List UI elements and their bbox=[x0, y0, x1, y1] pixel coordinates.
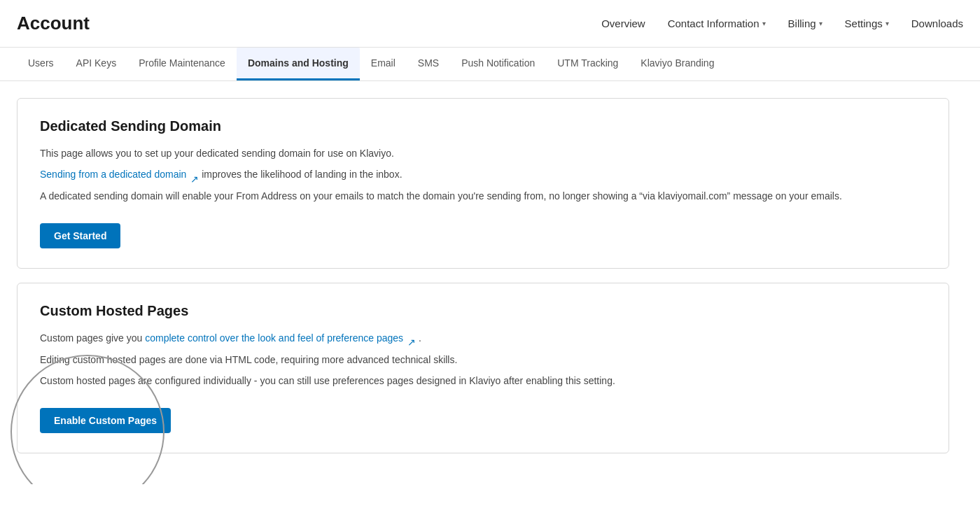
subnav-utm-tracking[interactable]: UTM Tracking bbox=[546, 48, 629, 80]
get-started-button[interactable]: Get Started bbox=[40, 223, 120, 248]
custom-hosted-pages-title: Custom Hosted Pages bbox=[40, 303, 926, 319]
nav-settings[interactable]: Settings ▾ bbox=[845, 17, 889, 29]
custom-hosted-text2: Editing custom hosted pages are done via… bbox=[40, 352, 926, 367]
dedicated-sending-text2: Sending from a dedicated domain ↗ improv… bbox=[40, 167, 926, 182]
sub-navigation: Users API Keys Profile Maintenance Domai… bbox=[0, 48, 980, 81]
billing-caret: ▾ bbox=[819, 20, 822, 27]
external-link-icon: ↗ bbox=[190, 171, 199, 180]
dedicated-sending-body: This page allows you to set up your dedi… bbox=[40, 146, 926, 204]
subnav-sms[interactable]: SMS bbox=[407, 48, 450, 80]
nav-billing[interactable]: Billing ▾ bbox=[788, 17, 822, 29]
main-content: Dedicated Sending Domain This page allow… bbox=[0, 81, 966, 484]
preference-pages-link[interactable]: complete control over the look and feel … bbox=[145, 332, 419, 344]
dedicated-sending-domain-card: Dedicated Sending Domain This page allow… bbox=[17, 98, 949, 269]
subnav-klaviyo-branding[interactable]: Klaviyo Branding bbox=[629, 48, 725, 80]
custom-hosted-text1: Custom pages give you complete control o… bbox=[40, 330, 926, 346]
nav-contact-information[interactable]: Contact Information ▾ bbox=[668, 17, 766, 29]
nav-overview[interactable]: Overview bbox=[601, 17, 645, 29]
custom-hosted-text3: Custom hosted pages are configured indiv… bbox=[40, 373, 926, 388]
nav-downloads[interactable]: Downloads bbox=[911, 17, 963, 29]
top-nav-links: Overview Contact Information ▾ Billing ▾… bbox=[601, 17, 963, 29]
custom-hosted-pages-card: Custom Hosted Pages Custom pages give yo… bbox=[17, 283, 949, 453]
external-link-icon-2: ↗ bbox=[407, 334, 416, 343]
top-navigation: Account Overview Contact Information ▾ B… bbox=[0, 0, 980, 48]
subnav-profile-maintenance[interactable]: Profile Maintenance bbox=[127, 48, 237, 80]
subnav-domains-and-hosting[interactable]: Domains and Hosting bbox=[237, 48, 360, 80]
app-logo: Account bbox=[17, 13, 90, 34]
contact-information-caret: ▾ bbox=[762, 20, 766, 27]
subnav-users[interactable]: Users bbox=[17, 48, 65, 80]
dedicated-sending-text1: This page allows you to set up your dedi… bbox=[40, 146, 926, 161]
dedicated-sending-title: Dedicated Sending Domain bbox=[40, 118, 926, 134]
enable-custom-pages-button[interactable]: Enable Custom Pages bbox=[40, 408, 171, 433]
sending-from-dedicated-domain-link[interactable]: Sending from a dedicated domain ↗ bbox=[40, 169, 202, 180]
subnav-api-keys[interactable]: API Keys bbox=[65, 48, 128, 80]
subnav-email[interactable]: Email bbox=[360, 48, 407, 80]
subnav-push-notification[interactable]: Push Notification bbox=[450, 48, 546, 80]
custom-hosted-pages-body: Custom pages give you complete control o… bbox=[40, 330, 926, 388]
settings-caret: ▾ bbox=[886, 20, 889, 27]
dedicated-sending-text3: A dedicated sending domain will enable y… bbox=[40, 188, 926, 204]
